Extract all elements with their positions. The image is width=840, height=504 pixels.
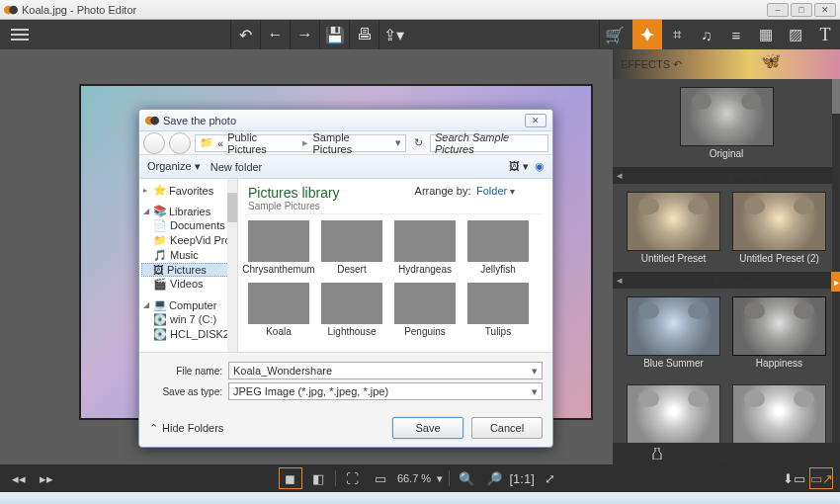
share-button[interactable]: ⇪▾ [378,20,408,49]
main-toolbar: ↶ ← → 💾 🖶 ⇪▾ 🛒 ⌗ ♫ ≡ ▦ ▨ T [0,20,840,49]
actual-size-button[interactable]: ▭ [370,468,391,488]
new-folder-button[interactable]: New folder [210,161,263,173]
window-title: Koala.jpg - Photo Editor [22,4,767,16]
tab-adjust[interactable]: ♫ [692,20,721,49]
tab-text[interactable]: T [810,20,840,49]
dialog-titlebar: Save the photo ✕ [139,110,552,131]
effect-happiness[interactable]: Happiness [732,296,826,369]
tab-effects[interactable] [632,20,662,49]
tree-videos[interactable]: 🎬 Videos [141,277,235,292]
folder-icon: 📁 [200,136,213,149]
thumb-lighthouse[interactable]: Lighthouse [321,283,382,337]
tree-documents[interactable]: 📄 Documents [141,218,235,233]
tool-tabs: ⌗ ♫ ≡ ▦ ▨ T [632,20,840,49]
filename-input[interactable]: Koala_Wondershare▾ [228,362,543,379]
thumb-tulips[interactable]: Tulips [467,283,529,337]
print-button[interactable]: 🖶 [349,20,378,49]
effects-panel: EFFECTS ↶ Original ◂User presets Untitle… [613,49,840,464]
zoom-100[interactable]: [1:1] [511,468,533,488]
tab-texture[interactable]: ▨ [781,20,810,49]
file-library: Pictures library Sample Pictures Arrange… [238,179,552,352]
menu-button[interactable] [0,34,40,36]
panel-expand-tab[interactable]: ▸ [831,272,840,292]
effect-blue-summer[interactable]: Blue Summer [627,296,720,369]
effects-reset-icon[interactable]: ↶ [673,58,682,71]
section-user-presets[interactable]: ◂User presets [613,167,840,184]
zoom-value: 66.7 % [397,472,431,484]
nav-forward-button[interactable] [169,132,191,154]
effect-untitled-preset[interactable]: Untitled Preset [627,192,720,264]
zoom-out[interactable]: 🔍 [456,468,477,488]
svg-point-1 [9,5,18,14]
tab-crop[interactable]: ⌗ [662,20,692,49]
search-input[interactable]: Search Sample Pictures [430,134,548,152]
tree-music[interactable]: 🎵 Music [141,248,235,263]
os-taskbar [0,492,840,504]
thumb-hydrangeas[interactable]: Hydrangeas [394,220,456,275]
import-button[interactable]: ⬇▭ [783,468,804,488]
filename-label: File name: [149,366,222,377]
thumb-penguins[interactable]: Penguins [394,283,456,337]
save-dialog: Save the photo ✕ 📁 « Public Pictures▸ Sa… [138,109,553,448]
save-button[interactable]: 💾 [319,20,349,49]
cart-button[interactable]: 🛒 [599,20,629,49]
maximize-button[interactable]: □ [791,3,812,17]
undo-button[interactable]: ↶ [230,20,260,49]
thumb-jellyfish[interactable]: Jellyfish [467,220,529,275]
zoom-in[interactable]: 🔎 [483,468,505,488]
nav-next[interactable]: ▸▸ [36,468,57,488]
window-titlebar: Koala.jpg - Photo Editor – □ ✕ [0,0,840,20]
effect-more-2[interactable] [732,384,826,443]
effects-scrollbar[interactable] [832,79,840,443]
saveas-label: Save as type: [149,386,222,397]
refresh-button[interactable]: ↻ [410,136,426,149]
effect-untitled-preset-2[interactable]: Untitled Preset (2) [732,192,826,264]
tree-pictures[interactable]: 🖼 Pictures [141,263,235,277]
dialog-title: Save the photo [163,115,525,126]
effect-original[interactable]: Original [680,87,774,159]
tab-tune[interactable]: ≡ [721,20,751,49]
thumb-chrysanthemum[interactable]: Chrysanthemum [248,220,309,275]
nav-prev[interactable]: ◂◂ [8,468,30,488]
dialog-nav: 📁 « Public Pictures▸ Sample Pictures ▾ ↻… [139,131,552,155]
view-mode-button[interactable]: 🖼 ▾ [509,160,529,173]
thumb-desert[interactable]: Desert [321,220,382,275]
effects-header: EFFECTS ↶ [613,49,840,79]
export-button[interactable]: ▭↗ [810,468,832,488]
dialog-save-button[interactable]: Save [392,417,463,439]
close-button[interactable]: ✕ [814,3,836,17]
minimize-button[interactable]: – [767,3,789,17]
thumb-koala[interactable]: Koala [248,283,309,337]
history-back-button[interactable]: ← [260,20,290,49]
tree-keepvid[interactable]: 📁 KeepVid Pro [141,233,235,248]
tree-scrollbar[interactable] [227,179,237,352]
arrange-by[interactable]: Arrange by: Folder ▾ [415,185,515,197]
fit-button[interactable]: ⛶ [342,468,364,488]
svg-point-3 [150,116,159,125]
help-button[interactable]: ◉ [535,160,545,173]
app-icon [4,3,18,17]
effects-label: EFFECTS [621,58,670,70]
nav-back-button[interactable] [143,132,165,154]
dialog-app-icon [145,114,159,127]
history-fwd-button[interactable]: → [290,20,319,49]
breadcrumb[interactable]: 📁 « Public Pictures▸ Sample Pictures ▾ [195,134,406,152]
effect-more-1[interactable] [627,384,720,443]
folder-tree[interactable]: ▸⭐ Favorites ◢📚 Libraries 📄 Documents 📁 … [139,179,238,352]
section-popular[interactable]: ◂Popular [613,272,840,289]
view-compare[interactable]: ◧ [307,468,329,488]
status-bar: ◂◂ ▸▸ ◼ ◧ ⛶ ▭ 66.7 %▾ 🔍 🔎 [1:1] ⤢ ⬇▭ ▭↗ [0,464,840,492]
hide-folders-toggle[interactable]: ⌃Hide Folders [149,422,223,435]
library-subheading: Sample Pictures [248,201,543,211]
dialog-cancel-button[interactable]: Cancel [471,417,543,439]
tree-hcl[interactable]: 💽 HCL_DISK2 (D:) [141,327,235,342]
tab-frames[interactable]: ▦ [751,20,781,49]
zoom-fit[interactable]: ⤢ [539,468,560,488]
save-as-new-effect[interactable]: Save settings as new effect [613,443,840,464]
view-single[interactable]: ◼ [280,468,301,488]
dialog-close-button[interactable]: ✕ [525,114,546,127]
tree-win7[interactable]: 💽 win 7 (C:) [141,312,235,327]
saveas-select[interactable]: JPEG Image (*.jpg, *.jpeg, *.jpe)▾ [228,382,543,400]
organize-menu[interactable]: Organize ▾ [147,160,201,173]
